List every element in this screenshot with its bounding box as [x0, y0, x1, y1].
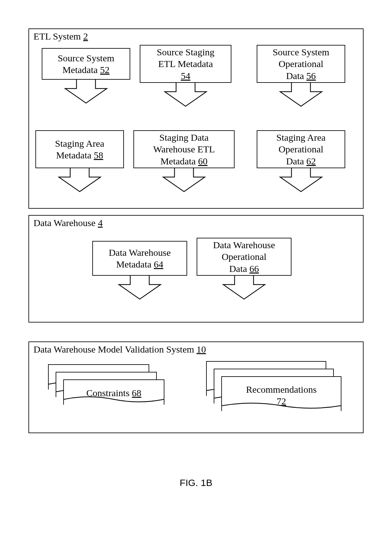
arrow-down-icon — [162, 168, 206, 193]
b62-l3-text: Data — [286, 156, 304, 166]
b64-ref: 64 — [154, 259, 163, 269]
b58-ref: 58 — [94, 150, 103, 160]
b66-line1: Data Warehouse — [213, 239, 275, 251]
arrow-down-icon — [64, 80, 108, 104]
b66-line2: Operational — [222, 251, 266, 263]
b56-line3: Data 56 — [286, 70, 316, 82]
constraints-doc-stack: Constraints 68 — [48, 364, 168, 415]
box-staging-data-warehouse-etl-metadata: Staging Data Warehouse ETL Metadata 60 — [133, 130, 235, 193]
etl-title-ref: 2 — [83, 31, 88, 41]
b56-l3-text: Data — [286, 71, 304, 81]
arrow-down-icon — [58, 168, 102, 193]
b52-line2: Metadata 52 — [62, 64, 109, 76]
constraints-doc: Constraints 68 — [63, 379, 164, 405]
b56-ref: 56 — [306, 71, 316, 81]
b54-ref: 54 — [181, 70, 190, 82]
doc-wave-icon — [64, 396, 164, 405]
doc-wave-icon — [222, 402, 341, 411]
dw-title: Data Warehouse 4 — [34, 218, 103, 228]
box-data-warehouse-metadata: Data Warehouse Metadata 64 — [92, 241, 187, 300]
recommendations-doc: Recommendations 72 — [221, 376, 341, 411]
b56-line2: Operational — [279, 58, 323, 70]
arrow-down-icon — [279, 168, 323, 193]
box-staging-area-metadata: Staging Area Metadata 58 — [35, 130, 124, 193]
b58-l2-text: Metadata — [56, 150, 91, 160]
valid-title-text: Data Warehouse Model Validation System — [34, 344, 194, 354]
valid-title: Data Warehouse Model Validation System 1… — [34, 344, 206, 355]
arrow-down-icon — [222, 276, 266, 300]
b56-line1: Source System — [273, 46, 329, 58]
box-data-warehouse-operational-data: Data Warehouse Operational Data 66 — [197, 238, 291, 300]
dw-title-text: Data Warehouse — [34, 218, 95, 228]
box-staging-area-operational-data: Staging Area Operational Data 62 — [257, 130, 345, 193]
data-warehouse-container: Data Warehouse 4 Data Warehouse Metadata… — [28, 215, 364, 323]
b66-line3: Data 66 — [229, 263, 259, 275]
b52-ref: 52 — [100, 65, 110, 75]
b60-line1: Staging Data — [159, 132, 209, 144]
recommendations-label: Recommendations — [246, 384, 316, 396]
b58-line2: Metadata 58 — [56, 149, 103, 161]
b60-l3-text: Metadata — [160, 156, 196, 166]
b62-line3: Data 62 — [286, 155, 316, 167]
valid-title-ref: 10 — [197, 344, 206, 354]
b54-line1: Source Staging — [157, 46, 214, 58]
b60-ref: 60 — [198, 156, 208, 166]
b64-line1: Data Warehouse — [109, 247, 171, 259]
b66-l3-text: Data — [229, 263, 247, 274]
b62-line1: Staging Area — [276, 132, 326, 144]
dw-title-ref: 4 — [98, 218, 103, 228]
etl-title-text: ETL System — [34, 31, 81, 41]
b60-line3: Metadata 60 — [160, 155, 207, 167]
b64-line2: Metadata 64 — [116, 258, 163, 270]
b60-line2: Warehouse ETL — [153, 143, 215, 155]
arrow-down-icon — [163, 83, 208, 108]
arrow-down-icon — [118, 276, 162, 300]
b58-line1: Staging Area — [55, 138, 104, 150]
arrow-down-icon — [279, 83, 323, 108]
b62-line2: Operational — [279, 143, 323, 155]
box-source-system-operational-data: Source System Operational Data 56 — [257, 45, 345, 108]
etl-title: ETL System 2 — [34, 31, 88, 42]
b66-ref: 66 — [249, 263, 259, 274]
b62-ref: 62 — [306, 156, 316, 166]
b52-l2-text: Metadata — [62, 65, 98, 75]
box-source-system-metadata: Source System Metadata 52 — [42, 48, 130, 104]
recommendations-doc-stack: Recommendations 72 — [206, 361, 345, 421]
b64-l2-text: Metadata — [116, 259, 151, 269]
b52-line1: Source System — [58, 52, 114, 64]
etl-system-container: ETL System 2 Source System Metadata 52 S… — [28, 28, 364, 209]
box-source-staging-etl-metadata: Source Staging ETL Metadata 54 — [140, 45, 231, 108]
validation-system-container: Data Warehouse Model Validation System 1… — [28, 341, 364, 433]
b54-line2: ETL Metadata — [158, 58, 213, 70]
figure-caption: FIG. 1B — [0, 477, 392, 488]
